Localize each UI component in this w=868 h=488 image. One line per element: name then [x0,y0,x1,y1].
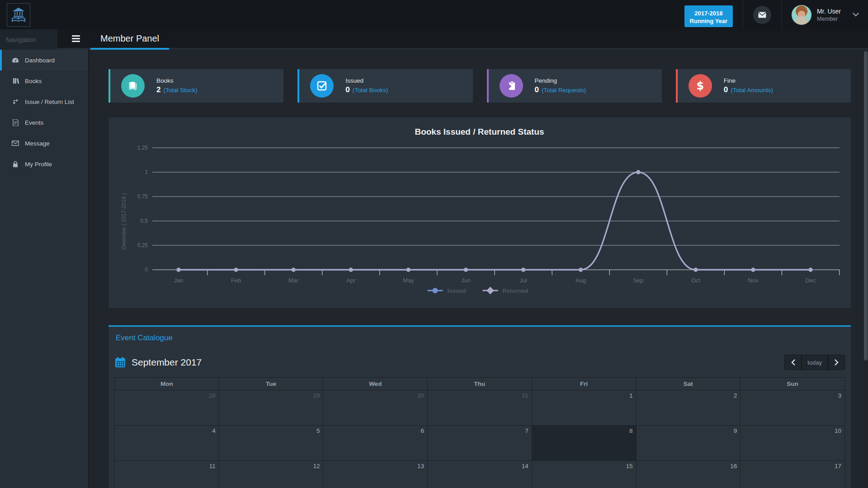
sidebar-item-events[interactable]: Events [0,112,88,133]
main-content: Books2(Total Stock)Issued0(Total Books)P… [89,50,868,488]
lock-icon [12,161,19,168]
calendar-day-cell-1[interactable]: 1 [532,390,636,426]
sidebar-header-label: Navigation [6,36,36,43]
sidebar-item-label: Issue / Return List [25,99,74,105]
svg-text:Aug: Aug [576,277,586,284]
events-icon [12,119,19,126]
calendar-day-cell-3[interactable]: 3 [741,390,845,426]
calendar-month-title: September 2017 [132,357,202,368]
svg-text:0.25: 0.25 [137,242,148,249]
svg-text:Jul: Jul [519,277,527,284]
calendar-day-header-thu: Thu [428,378,532,390]
calendar-day-cell-31-prev[interactable]: 31 [428,390,532,426]
stat-caption: (Total Books) [353,87,388,94]
chart-ylabel: Overview ( 2017-2018 ) [121,193,127,249]
line-chart: Books Issued / Returned Status00.250.50.… [108,117,850,308]
calendar-nav-buttons: today [784,355,845,370]
calendar-day-header-sun: Sun [741,378,845,390]
calendar-week-row: 11121314151617 [115,461,845,488]
issue-return-icon [12,99,19,105]
calendar-day-cell-6[interactable]: 6 [323,426,428,461]
chevron-left-icon [791,359,795,366]
stat-value: 0(Total Requests) [535,85,586,94]
sidebar-item-dashboard[interactable]: Dashboard [0,50,88,70]
sidebar-item-label: Books [25,78,42,84]
calendar-day-cell-10[interactable]: 10 [741,426,845,461]
event-calendar: MonTueWedThuFriSatSun 282930311234567891… [114,377,845,488]
chart-legend: IssuedReturned [428,287,528,295]
calendar-day-cell-5[interactable]: 5 [219,426,323,461]
clipboard-icon [500,74,523,98]
stat-value: 2(Total Stock) [156,85,198,94]
svg-text:Dec: Dec [805,277,816,284]
calendar-prev-button[interactable] [784,355,802,370]
calendar-day-cell-9[interactable]: 9 [636,426,741,461]
page-scrollbar-track[interactable] [863,29,868,488]
svg-text:0: 0 [145,267,148,273]
calendar-day-cell-12[interactable]: 12 [219,461,323,488]
top-navbar: 2017-2018 Running Year Mr. User Member [0,0,868,29]
calendar-day-cell-29-prev[interactable]: 29 [219,390,323,426]
calendar-day-cell-2[interactable]: 2 [636,390,741,426]
topbar-divider [743,0,743,29]
calendar-day-cell-16[interactable]: 16 [636,461,741,488]
calendar-day-cell-15[interactable]: 15 [532,461,636,488]
topbar-divider [781,0,782,29]
running-year-button[interactable]: 2017-2018 Running Year [684,5,733,27]
stat-label: Pending [535,77,586,84]
calendar-day-cell-17[interactable]: 17 [741,461,845,488]
calendar-next-button[interactable] [828,355,845,370]
chart-panel: Books Issued / Returned Status00.250.50.… [108,117,851,308]
calendar-day-cell-7[interactable]: 7 [428,426,532,461]
svg-text:0.5: 0.5 [140,218,148,224]
app-logo[interactable] [7,3,30,27]
calendar-day-header-mon: Mon [115,378,219,390]
calendar-day-cell-11[interactable]: 11 [115,461,219,488]
sidebar-item-label: My Profile [25,161,52,168]
svg-text:Apr: Apr [346,277,356,284]
page-scrollbar-thumb[interactable] [864,51,868,361]
dollar-icon: $ [689,74,712,98]
page-title-tab[interactable]: Member Panel [90,29,169,50]
calendar-toolbar: September 2017 today [108,348,851,377]
svg-text:Oct: Oct [691,277,701,284]
sidebar-item-issue-return-list[interactable]: Issue / Return List [0,91,88,112]
sidebar-item-label: Events [25,119,43,126]
calendar-day-cell-30-prev[interactable]: 30 [323,390,428,426]
user-avatar [792,5,811,25]
book-icon [121,74,145,98]
sidebar-toggle-button[interactable] [67,29,85,48]
stat-value: 0(Total Amounts) [724,85,773,94]
running-year-line2: Running Year [690,18,728,24]
calendar-day-cell-28-prev[interactable]: 28 [115,390,219,426]
calendar-day-header-tue: Tue [219,378,323,390]
calendar-day-cell-13[interactable]: 13 [323,461,428,488]
sidebar-item-books[interactable]: Books [0,70,88,91]
check-square-icon [310,74,334,98]
stat-card-fine: $Fine0(Total Amounts) [676,69,851,103]
calendar-day-header-fri: Fri [532,378,636,390]
calendar-day-cell-14[interactable]: 14 [428,461,532,488]
calendar-day-cell-8[interactable]: 8 [532,426,636,461]
sidebar-item-message[interactable]: Message [0,133,88,154]
hamburger-icon [72,35,80,37]
stat-card-issued: Issued0(Total Books) [297,69,472,103]
stat-value: 0(Total Books) [345,85,388,94]
svg-text:Nov: Nov [748,277,759,284]
calendar-day-cell-4[interactable]: 4 [115,426,219,461]
event-catalogue-title: Event Catalogue [108,327,851,348]
messages-button[interactable] [753,6,771,24]
sidebar-item-my-profile[interactable]: My Profile [0,154,88,174]
sidebar-item-label: Dashboard [25,57,55,64]
chevron-right-icon [835,359,839,366]
user-menu[interactable]: Mr. User Member [792,5,859,25]
stat-label: Books [156,77,198,84]
svg-text:Issued: Issued [448,287,466,294]
header-bar: Navigation Member Panel [0,29,868,50]
calendar-today-button[interactable]: today [802,355,828,370]
chevron-down-icon [853,13,859,17]
calendar-icon [114,357,126,368]
user-name: Mr. User [817,8,841,15]
stat-card-pending: Pending0(Total Requests) [487,69,662,103]
svg-text:1: 1 [145,169,148,175]
